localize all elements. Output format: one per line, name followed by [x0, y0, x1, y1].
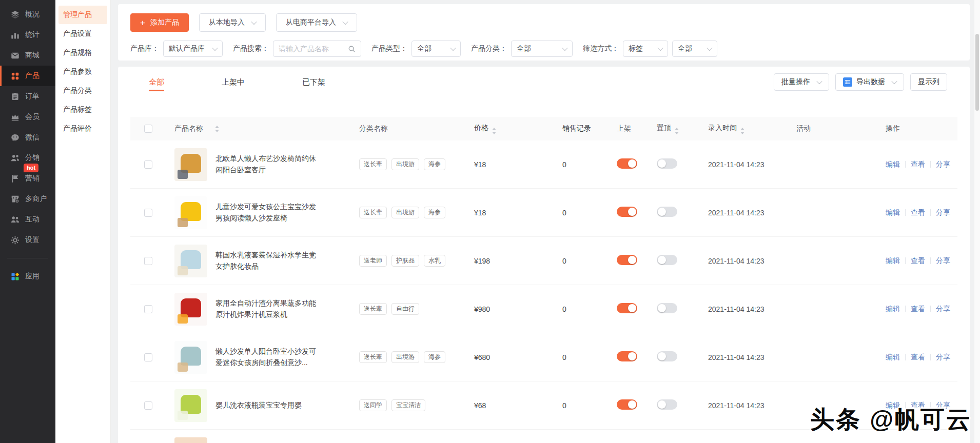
product-name[interactable]: 韩国水乳液套装保湿补水学生党女护肤化妆品 — [215, 250, 318, 272]
batch-actions-dropdown[interactable]: 批量操作 — [774, 73, 829, 91]
product-name[interactable]: 家用全自动汁渣分离果蔬多功能原汁机炸果汁机豆浆机 — [215, 298, 318, 320]
product-name[interactable]: 儿童沙发可爱女孩公主宝宝沙发男孩阅读懒人沙发座椅 — [215, 202, 318, 224]
search-input[interactable] — [279, 45, 341, 53]
library-select[interactable]: 默认产品库 — [163, 41, 223, 57]
share-link[interactable]: 分享 — [936, 208, 950, 217]
column-header[interactable]: 产品名称 — [166, 124, 359, 133]
submenu-item-product-settings[interactable]: 产品设置 — [58, 25, 107, 43]
sidebar-item-stats[interactable]: 统计 — [0, 25, 55, 45]
submenu-item-product-params[interactable]: 产品参数 — [58, 63, 107, 81]
category-tags: 送长辈出境游海参 — [359, 207, 472, 218]
sort-icon[interactable] — [675, 128, 679, 134]
column-header[interactable]: 置顶 — [657, 124, 708, 134]
sidebar-item-settings[interactable]: 设置 — [0, 230, 55, 250]
scrollbar[interactable] — [974, 0, 980, 443]
share-link[interactable]: 分享 — [936, 256, 950, 266]
show-columns-button[interactable]: 显示列 — [910, 73, 947, 91]
action-divider — [905, 354, 906, 360]
main-sidebar: 概况统计商城产品订单会员微信分销营销hot多商户互动设置应用 — [0, 0, 55, 443]
share-link[interactable]: 分享 — [936, 160, 950, 169]
sidebar-item-label: 商城 — [25, 51, 40, 60]
edit-link[interactable]: 编辑 — [886, 160, 900, 169]
top-toggle[interactable] — [657, 351, 677, 361]
sort-icon[interactable] — [215, 126, 219, 132]
tab-off-shelf[interactable]: 已下架 — [302, 67, 325, 97]
toolbar-card: + 添加产品 从本地导入 从电商平台导入 产品库： 默认产品库 产品 — [118, 4, 970, 61]
select-all-checkbox[interactable] — [144, 125, 152, 133]
add-product-label: 添加产品 — [150, 18, 179, 27]
on-shelf-toggle[interactable] — [617, 399, 637, 410]
row-actions: 编辑查看分享 — [873, 353, 957, 362]
entry-time: 2021-11-04 14:23 — [708, 160, 796, 169]
import-platform-dropdown[interactable]: 从电商平台导入 — [276, 13, 357, 32]
sidebar-item-apps[interactable]: 应用 — [0, 266, 55, 287]
settings-icon — [11, 236, 19, 245]
sidebar-item-mall[interactable]: 商城 — [0, 45, 55, 66]
sidebar-item-interact[interactable]: 互动 — [0, 209, 55, 230]
action-divider — [905, 257, 906, 264]
on-shelf-toggle[interactable] — [617, 303, 637, 313]
search-icon[interactable] — [348, 45, 356, 53]
share-link[interactable]: 分享 — [936, 353, 950, 362]
add-product-button[interactable]: + 添加产品 — [130, 13, 189, 32]
tab-all[interactable]: 全部 — [149, 67, 164, 97]
filter-method-select[interactable]: 标签 — [623, 41, 668, 57]
column-header[interactable]: 录入时间 — [708, 124, 796, 134]
sidebar-item-product[interactable]: 产品 — [0, 66, 55, 86]
edit-link[interactable]: 编辑 — [886, 353, 900, 362]
top-toggle[interactable] — [657, 207, 677, 217]
submenu-item-product-categories[interactable]: 产品分类 — [58, 82, 107, 100]
submenu-item-product-specs[interactable]: 产品规格 — [58, 44, 107, 62]
view-link[interactable]: 查看 — [911, 305, 925, 314]
row-checkbox[interactable] — [144, 209, 152, 217]
view-link[interactable]: 查看 — [911, 256, 925, 266]
submenu-item-product-reviews[interactable]: 产品评价 — [58, 119, 107, 138]
row-checkbox[interactable] — [144, 257, 152, 265]
view-link[interactable]: 查看 — [911, 353, 925, 362]
top-toggle[interactable] — [657, 158, 677, 169]
stats-icon — [11, 31, 19, 39]
product-price: ¥198 — [472, 257, 559, 265]
sidebar-item-wechat[interactable]: 微信 — [0, 127, 55, 148]
row-checkbox[interactable] — [144, 401, 152, 410]
filter-value-select[interactable]: 全部 — [672, 41, 717, 57]
product-name[interactable]: 婴儿洗衣液瓶装宝宝专用婴 — [215, 400, 318, 411]
sidebar-item-overview[interactable]: 概况 — [0, 4, 55, 25]
sidebar-item-member[interactable]: 会员 — [0, 107, 55, 127]
product-name[interactable]: 懒人沙发单人阳台卧室小沙发可爱迷你女孩房间折叠创意沙... — [215, 346, 318, 368]
scrollbar-thumb[interactable] — [975, 34, 979, 111]
view-link[interactable]: 查看 — [911, 160, 925, 169]
on-shelf-toggle[interactable] — [617, 351, 637, 361]
export-data-dropdown[interactable]: 导出数据 — [835, 73, 904, 91]
sidebar-item-order[interactable]: 订单 — [0, 86, 55, 107]
tab-on-shelf[interactable]: 上架中 — [222, 67, 245, 97]
row-checkbox[interactable] — [144, 353, 152, 361]
row-checkbox[interactable] — [144, 160, 152, 169]
on-shelf-toggle[interactable] — [617, 255, 637, 265]
submenu-item-product-tags[interactable]: 产品标签 — [58, 100, 107, 119]
on-shelf-toggle[interactable] — [617, 207, 637, 217]
view-link[interactable]: 查看 — [911, 208, 925, 217]
sort-icon[interactable] — [740, 128, 744, 134]
edit-link[interactable]: 编辑 — [886, 208, 900, 217]
column-header[interactable]: 价格 — [472, 124, 559, 134]
import-local-dropdown[interactable]: 从本地导入 — [199, 13, 266, 32]
on-shelf-toggle[interactable] — [617, 158, 637, 169]
type-select[interactable]: 全部 — [411, 41, 461, 57]
top-toggle[interactable] — [657, 303, 677, 313]
product-name[interactable]: 北欧单人懒人布艺沙发椅简约休闲阳台卧室客厅 — [215, 153, 318, 175]
submenu-item-manage-products[interactable]: 管理产品 — [58, 6, 107, 24]
share-link[interactable]: 分享 — [936, 305, 950, 314]
sidebar-item-multi-merchant[interactable]: 多商户 — [0, 189, 55, 209]
edit-link[interactable]: 编辑 — [886, 256, 900, 266]
sort-icon[interactable] — [492, 128, 496, 134]
top-toggle[interactable] — [657, 255, 677, 265]
category-select[interactable]: 全部 — [511, 41, 573, 57]
table-card: 全部上架中已下架 批量操作 导出数据 显示列 — [118, 67, 970, 443]
order-icon — [11, 92, 19, 101]
sidebar-item-marketing[interactable]: 营销hot — [0, 168, 55, 189]
row-checkbox[interactable] — [144, 305, 152, 313]
edit-link[interactable]: 编辑 — [886, 305, 900, 314]
top-toggle[interactable] — [657, 399, 677, 410]
category-tags: 送长辈自由行 — [359, 303, 472, 315]
